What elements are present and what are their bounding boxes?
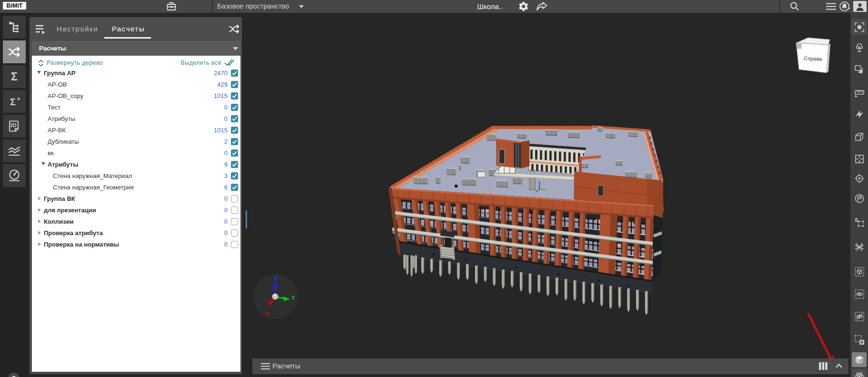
- svg-text:Σ: Σ: [11, 70, 18, 83]
- svg-text:Y: Y: [291, 295, 295, 302]
- svg-text:Z: Z: [274, 275, 278, 282]
- svg-text:2D: 2D: [10, 122, 17, 128]
- svg-text:Σ: Σ: [10, 97, 16, 107]
- svg-text:Справа: Справа: [804, 55, 822, 61]
- svg-text:X: X: [266, 311, 269, 317]
- svg-text:+: +: [17, 95, 20, 102]
- svg-text:S: S: [855, 217, 858, 223]
- svg-text:2: 2: [861, 242, 863, 245]
